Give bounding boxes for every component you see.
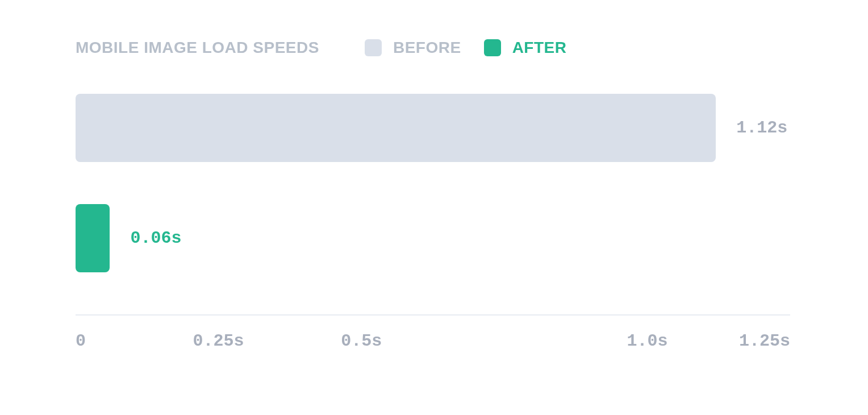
x-axis-tick: 0.5s: [341, 331, 382, 351]
x-axis-tick: 1.0s: [627, 331, 667, 351]
legend-item-after: AFTER: [484, 39, 567, 57]
x-axis-line: [76, 314, 790, 316]
chart-legend: BEFORE AFTER: [365, 39, 567, 57]
x-axis-tick: 0: [76, 331, 86, 351]
x-axis-tick: 0.25s: [193, 331, 244, 351]
bars-area: 1.12s 0.06s 00.25s0.5s1.0s1.25s: [76, 94, 808, 354]
legend-swatch-before-icon: [365, 39, 382, 56]
bar-value-before: 1.12s: [736, 118, 787, 138]
chart-title: MOBILE IMAGE LOAD SPEEDS: [76, 39, 319, 57]
legend-label-after: AFTER: [512, 39, 567, 57]
bar-before: [76, 94, 716, 162]
legend-swatch-after-icon: [484, 39, 501, 56]
bar-value-after: 0.06s: [130, 229, 181, 248]
chart-header: MOBILE IMAGE LOAD SPEEDS BEFORE AFTER: [76, 39, 808, 57]
x-axis-tick: 1.25s: [739, 331, 790, 351]
bar-after: [76, 204, 110, 272]
chart-container: MOBILE IMAGE LOAD SPEEDS BEFORE AFTER 1.…: [76, 39, 808, 354]
x-axis-ticks: 00.25s0.5s1.0s1.25s: [76, 331, 790, 354]
bar-row-before: 1.12s: [76, 94, 808, 162]
legend-label-before: BEFORE: [393, 39, 461, 57]
bar-row-after: 0.06s: [76, 204, 808, 272]
legend-item-before: BEFORE: [365, 39, 461, 57]
